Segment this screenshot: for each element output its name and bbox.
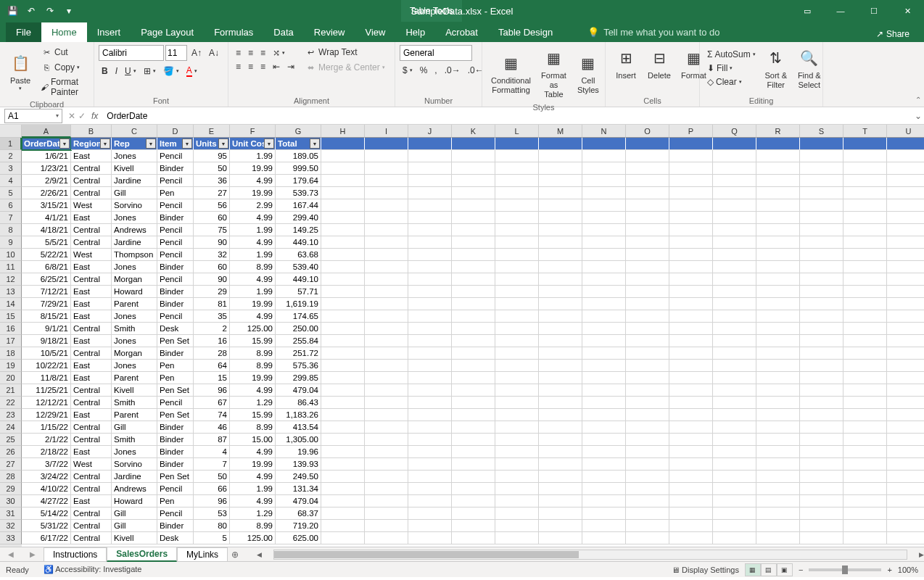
cell[interactable] — [365, 335, 408, 347]
cell[interactable]: 149.25 — [276, 224, 321, 236]
cell[interactable]: 12/29/21 — [22, 409, 71, 421]
cell[interactable] — [756, 409, 800, 421]
cell[interactable] — [365, 199, 408, 212]
tab-table-design[interactable]: Table Design — [488, 22, 563, 42]
cell[interactable]: 1.99 — [230, 249, 276, 261]
cell[interactable] — [321, 138, 365, 150]
cell[interactable] — [756, 187, 800, 199]
cell[interactable]: 449.10 — [276, 273, 321, 286]
cell[interactable]: 3/7/22 — [22, 458, 71, 471]
cell[interactable] — [713, 495, 756, 508]
cell[interactable] — [843, 286, 887, 298]
column-header-T[interactable]: T — [843, 125, 887, 138]
cell[interactable]: 6/25/21 — [22, 273, 71, 286]
cell[interactable] — [321, 384, 365, 397]
cell[interactable] — [582, 224, 626, 236]
cell[interactable] — [582, 409, 626, 421]
cell[interactable] — [713, 249, 756, 261]
column-header-A[interactable]: A — [22, 125, 71, 138]
cell[interactable] — [321, 508, 365, 520]
cell[interactable] — [495, 471, 539, 483]
cell[interactable] — [843, 175, 887, 187]
cell[interactable] — [843, 298, 887, 310]
cell[interactable]: Pen — [157, 495, 194, 508]
cell[interactable] — [452, 446, 495, 458]
cell[interactable]: 50 — [194, 162, 230, 175]
cell[interactable]: 1/15/22 — [22, 421, 71, 434]
column-header-L[interactable]: L — [495, 125, 539, 138]
cell[interactable]: Pencil — [157, 150, 194, 162]
cell[interactable] — [756, 532, 800, 544]
cell[interactable] — [321, 212, 365, 224]
sheet-tab-instructions[interactable]: Instructions — [44, 547, 107, 562]
cell[interactable] — [843, 261, 887, 273]
cell[interactable] — [321, 458, 365, 471]
cancel-formula-icon[interactable]: ✕ — [68, 111, 75, 121]
collapse-ribbon-icon[interactable]: ⌃ — [915, 96, 921, 104]
cell[interactable]: 1,183.26 — [276, 409, 321, 421]
cell[interactable] — [713, 397, 756, 409]
cell[interactable] — [756, 199, 800, 212]
cell[interactable] — [800, 212, 843, 224]
cell[interactable] — [365, 495, 408, 508]
cell[interactable] — [669, 384, 713, 397]
cell[interactable] — [452, 298, 495, 310]
cell[interactable] — [887, 372, 924, 384]
cell[interactable] — [582, 323, 626, 335]
cell[interactable] — [452, 224, 495, 236]
cell[interactable] — [408, 323, 452, 335]
cell[interactable] — [321, 162, 365, 175]
cell[interactable]: 719.20 — [276, 520, 321, 532]
cell[interactable] — [539, 372, 582, 384]
cell[interactable] — [843, 323, 887, 335]
minimize-icon[interactable]: — — [824, 0, 857, 22]
cell[interactable] — [408, 298, 452, 310]
cell[interactable]: Jones — [112, 212, 157, 224]
cell[interactable] — [626, 187, 669, 199]
cell[interactable] — [713, 458, 756, 471]
cell[interactable] — [539, 347, 582, 360]
cell[interactable] — [843, 409, 887, 421]
cell[interactable] — [887, 446, 924, 458]
cell[interactable] — [408, 372, 452, 384]
cell[interactable]: 7/12/21 — [22, 286, 71, 298]
cell[interactable] — [713, 335, 756, 347]
cell[interactable] — [843, 483, 887, 495]
cell[interactable] — [582, 286, 626, 298]
cell[interactable] — [539, 286, 582, 298]
cell[interactable] — [365, 187, 408, 199]
cell[interactable]: Central — [71, 532, 112, 544]
cell[interactable] — [582, 298, 626, 310]
cell[interactable] — [495, 323, 539, 335]
cell[interactable] — [800, 495, 843, 508]
cell[interactable] — [887, 298, 924, 310]
cell[interactable] — [539, 310, 582, 323]
cell[interactable] — [452, 384, 495, 397]
cell[interactable] — [756, 335, 800, 347]
cell[interactable] — [887, 150, 924, 162]
cell[interactable] — [669, 446, 713, 458]
cell[interactable] — [626, 471, 669, 483]
cell[interactable] — [756, 224, 800, 236]
row-header[interactable]: 3 — [0, 162, 22, 175]
cell[interactable] — [365, 236, 408, 249]
sheet-nav-next-icon[interactable]: ▶ — [30, 550, 36, 558]
cell[interactable]: 87 — [194, 434, 230, 446]
cell[interactable]: Binder — [157, 434, 194, 446]
cell[interactable]: Central — [71, 187, 112, 199]
cell[interactable] — [669, 162, 713, 175]
cell[interactable]: Andrews — [112, 483, 157, 495]
cell[interactable] — [365, 471, 408, 483]
cell[interactable]: 479.04 — [276, 495, 321, 508]
cell[interactable] — [669, 261, 713, 273]
cell[interactable] — [321, 298, 365, 310]
row-header[interactable]: 25 — [0, 434, 22, 446]
cell[interactable] — [452, 495, 495, 508]
cell[interactable]: Jones — [112, 446, 157, 458]
cell[interactable] — [887, 384, 924, 397]
cell[interactable] — [365, 434, 408, 446]
cell[interactable] — [756, 175, 800, 187]
cell[interactable] — [669, 138, 713, 150]
cell[interactable] — [408, 434, 452, 446]
cell[interactable] — [452, 175, 495, 187]
